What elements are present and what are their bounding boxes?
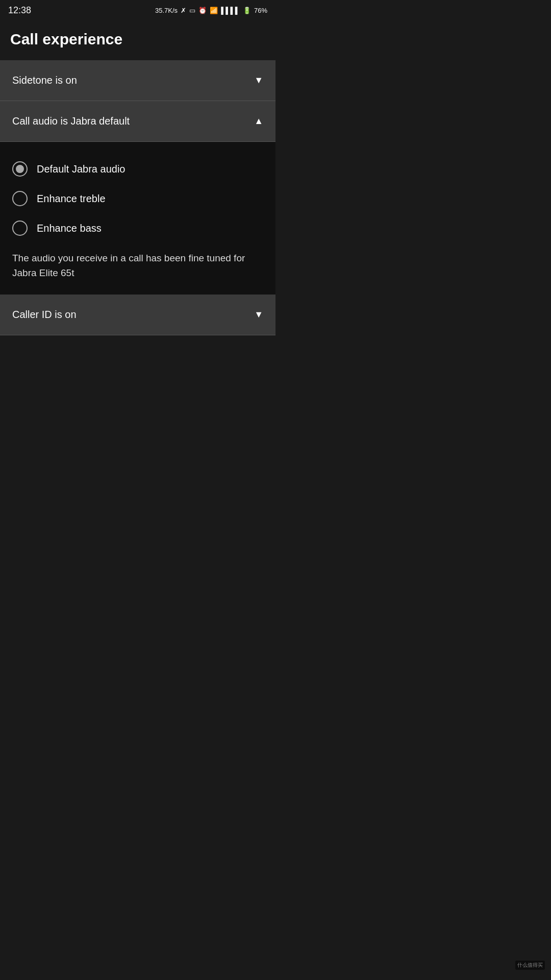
call-audio-content: Default Jabra audio Enhance treble Enhan… bbox=[0, 142, 276, 295]
network-speed: 35.7K/s bbox=[155, 7, 178, 14]
battery-icon: 🔋 bbox=[243, 7, 251, 14]
sidetone-label: Sidetone is on bbox=[12, 75, 77, 86]
call-audio-accordion-header[interactable]: Call audio is Jabra default ▲ bbox=[0, 101, 276, 141]
radio-label-default-jabra: Default Jabra audio bbox=[37, 163, 125, 175]
status-icons: 35.7K/s ✗ ▭ ⏰ 📶 ▌▌▌▌ 🔋 76% bbox=[155, 7, 267, 14]
caller-id-accordion[interactable]: Caller ID is on ▼ bbox=[0, 295, 276, 335]
sidetone-chevron-down-icon: ▼ bbox=[254, 75, 263, 86]
caller-id-label: Caller ID is on bbox=[12, 309, 77, 321]
battery-percent: 76% bbox=[254, 7, 267, 14]
bluetooth-icon: ✗ bbox=[181, 7, 186, 14]
call-audio-accordion[interactable]: Call audio is Jabra default ▲ bbox=[0, 101, 276, 142]
sidetone-accordion-header[interactable]: Sidetone is on ▼ bbox=[0, 60, 276, 101]
caller-id-accordion-header[interactable]: Caller ID is on ▼ bbox=[0, 295, 276, 335]
radio-button-default-jabra[interactable] bbox=[12, 161, 28, 177]
sim-icon: ▭ bbox=[189, 7, 195, 14]
status-time: 12:38 bbox=[8, 5, 31, 16]
caller-id-chevron-down-icon: ▼ bbox=[254, 309, 263, 320]
sidetone-accordion[interactable]: Sidetone is on ▼ bbox=[0, 60, 276, 101]
call-audio-label: Call audio is Jabra default bbox=[12, 115, 130, 127]
radio-button-enhance-treble[interactable] bbox=[12, 191, 28, 206]
wifi-icon: 📶 bbox=[210, 7, 218, 14]
alarm-icon: ⏰ bbox=[198, 7, 207, 14]
page-title: Call experience bbox=[0, 20, 276, 60]
radio-button-enhance-bass[interactable] bbox=[12, 220, 28, 236]
radio-option-enhance-treble[interactable]: Enhance treble bbox=[10, 184, 265, 213]
radio-option-default-jabra[interactable]: Default Jabra audio bbox=[10, 154, 265, 184]
radio-label-enhance-bass: Enhance bass bbox=[37, 223, 102, 234]
status-bar: 12:38 35.7K/s ✗ ▭ ⏰ 📶 ▌▌▌▌ 🔋 76% bbox=[0, 0, 276, 20]
radio-label-enhance-treble: Enhance treble bbox=[37, 193, 106, 205]
audio-description: The audio you receive in a call has been… bbox=[10, 243, 265, 284]
signal-icon: ▌▌▌▌ bbox=[221, 7, 240, 14]
call-audio-chevron-up-icon: ▲ bbox=[254, 116, 263, 127]
radio-option-enhance-bass[interactable]: Enhance bass bbox=[10, 213, 265, 243]
